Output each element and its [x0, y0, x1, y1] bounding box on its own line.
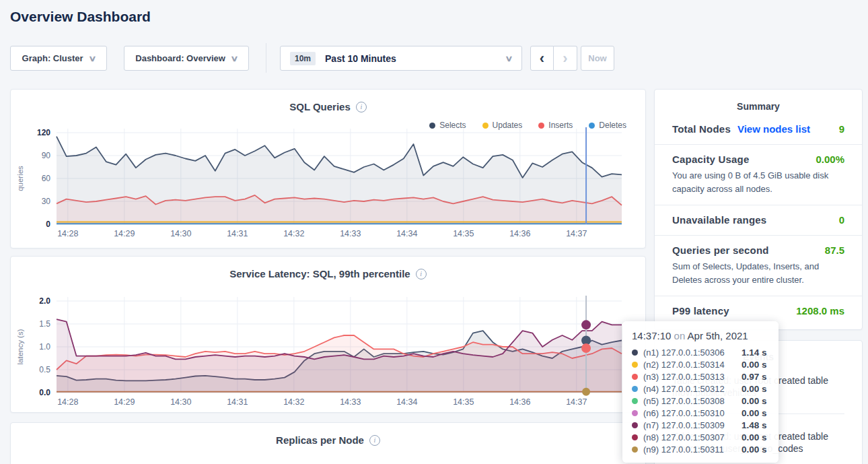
node-address: (n4) 127.0.0.1:50312: [643, 384, 742, 394]
time-prev-button[interactable]: ‹: [530, 46, 554, 71]
svg-text:0.5: 0.5: [39, 365, 50, 374]
tooltip-time: 14:37:10: [632, 330, 671, 341]
y-axis-label: queries: [16, 166, 24, 191]
svg-text:120: 120: [37, 128, 50, 137]
time-next-button[interactable]: ›: [554, 46, 577, 71]
node-latency-value: 0.00 s: [742, 360, 767, 370]
graph-dropdown-label: Graph: Cluster: [22, 53, 83, 63]
node-latency-value: 0.00 s: [742, 408, 767, 418]
chart-title-service-latency: Service Latency: SQL, 99th percentile: [229, 268, 410, 279]
time-range-dropdown[interactable]: 10m Past 10 Minutes ∨: [280, 46, 522, 71]
qps-label: Queries per second: [672, 244, 769, 256]
page-title: Overview Dashboard: [10, 9, 151, 25]
node-color-dot: [632, 350, 638, 356]
summary-title: Summary: [655, 90, 862, 114]
svg-text:0.0: 0.0: [39, 388, 50, 397]
sql-queries-panel: SQL Queries i SelectsUpdatesInsertsDelet…: [10, 89, 646, 248]
info-icon[interactable]: i: [356, 102, 367, 112]
tooltip-timestamp: 14:37:10 on Apr 5th, 2021: [632, 330, 769, 341]
svg-text:0: 0: [46, 220, 50, 229]
y-axis-label: latency (s): [16, 329, 24, 364]
service-latency-chart[interactable]: 0.00.51.01.52.014:2814:2914:3014:3114:32…: [12, 293, 628, 411]
summary-row-total-nodes: Total Nodes View nodes list 9: [655, 114, 862, 145]
tooltip-node-row: (n9) 127.0.0.1:503110.00 s: [632, 443, 769, 455]
svg-text:14:34: 14:34: [396, 229, 417, 238]
svg-text:14:28: 14:28: [57, 229, 78, 238]
svg-text:14:34: 14:34: [396, 397, 417, 407]
total-nodes-label: Total Nodes: [672, 123, 731, 135]
node-address: (n2) 127.0.0.1:50314: [643, 360, 742, 370]
tooltip-node-row: (n3) 127.0.0.1:503130.97 s: [632, 370, 769, 383]
node-latency-value: 1.48 s: [742, 420, 767, 430]
node-color-dot: [632, 410, 638, 416]
node-color-dot: [632, 434, 638, 440]
node-address: (n9) 127.0.0.1:50311: [643, 444, 742, 455]
tooltip-node-row: (n8) 127.0.0.1:503070.00 s: [632, 431, 769, 443]
now-button[interactable]: Now: [581, 46, 614, 71]
summary-row-capacity: Capacity Usage 0.00% You are using 0 B o…: [655, 145, 862, 205]
node-address: (n5) 127.0.0.1:50308: [643, 396, 742, 406]
node-latency-value: 1.14 s: [742, 347, 767, 358]
capacity-value: 0.00%: [816, 154, 844, 165]
node-address: (n7) 127.0.0.1:50309: [643, 420, 742, 430]
tooltip-node-row: (n4) 127.0.0.1:503120.00 s: [632, 383, 769, 395]
node-color-dot: [632, 422, 638, 428]
tooltip-node-row: (n7) 127.0.0.1:503091.48 s: [632, 419, 769, 431]
node-color-dot: [632, 374, 638, 380]
info-icon[interactable]: i: [416, 269, 427, 279]
now-button-label: Now: [588, 53, 606, 63]
svg-text:14:30: 14:30: [170, 397, 191, 407]
node-address: (n8) 127.0.0.1:50307: [643, 432, 742, 442]
svg-text:14:31: 14:31: [227, 397, 248, 407]
graph-dropdown[interactable]: Graph: Cluster ∨: [10, 46, 107, 71]
svg-text:14:32: 14:32: [283, 229, 304, 238]
svg-text:14:33: 14:33: [340, 229, 361, 238]
tooltip-node-row: (n6) 127.0.0.1:503100.00 s: [632, 407, 769, 419]
p99-latency-value: 1208.0 ms: [796, 305, 844, 317]
unavailable-ranges-value: 0: [839, 214, 844, 226]
svg-text:1.0: 1.0: [39, 342, 50, 352]
tooltip-on: on: [674, 330, 686, 341]
chart-hover-tooltip: 14:37:10 on Apr 5th, 2021 (n1) 127.0.0.1…: [622, 321, 779, 463]
tooltip-date: Apr 5th, 2021: [688, 330, 748, 341]
dashboard-dropdown-label: Dashboard: Overview: [135, 53, 225, 63]
replicas-per-node-panel: Replicas per Node i: [10, 422, 646, 464]
chart-title-replicas: Replicas per Node: [276, 434, 364, 446]
chart-title-sql-queries: SQL Queries: [289, 101, 351, 112]
view-nodes-list-link[interactable]: View nodes list: [737, 123, 810, 135]
svg-text:14:29: 14:29: [114, 397, 135, 407]
svg-text:30: 30: [42, 197, 51, 206]
svg-text:14:36: 14:36: [509, 397, 530, 407]
time-nav-group: ‹ ›: [530, 46, 577, 71]
summary-panel: Summary Total Nodes View nodes list 9 Ca…: [654, 89, 863, 330]
capacity-label: Capacity Usage: [672, 154, 750, 165]
svg-text:14:32: 14:32: [283, 397, 304, 407]
summary-row-qps: Queries per second 87.5 Sum of Selects, …: [655, 236, 862, 296]
svg-text:14:28: 14:28: [57, 397, 78, 407]
total-nodes-value: 9: [839, 123, 844, 135]
svg-text:14:35: 14:35: [453, 229, 474, 238]
info-icon[interactable]: i: [369, 435, 380, 446]
node-latency-value: 0.00 s: [742, 444, 767, 455]
node-latency-value: 0.00 s: [742, 396, 767, 406]
svg-text:14:35: 14:35: [453, 397, 474, 407]
node-latency-value: 0.97 s: [742, 372, 767, 382]
summary-row-unavailable: Unavailable ranges 0: [655, 205, 862, 236]
dashboard-dropdown[interactable]: Dashboard: Overview ∨: [124, 46, 249, 71]
svg-text:14:37: 14:37: [566, 397, 587, 407]
node-latency-value: 0.00 s: [742, 384, 767, 394]
sql-queries-chart[interactable]: 030609012014:2814:2914:3014:3114:3214:33…: [12, 125, 628, 242]
node-color-dot: [632, 362, 638, 368]
node-address: (n1) 127.0.0.1:50306: [643, 347, 742, 358]
svg-text:14:31: 14:31: [227, 229, 248, 238]
tooltip-rows: (n1) 127.0.0.1:503061.14 s(n2) 127.0.0.1…: [632, 346, 769, 455]
chevron-down-icon: ∨: [230, 54, 238, 63]
tooltip-node-row: (n1) 127.0.0.1:503061.14 s: [632, 346, 769, 358]
svg-text:14:29: 14:29: [114, 229, 135, 238]
p99-latency-label: P99 latency: [672, 305, 729, 317]
svg-text:14:37: 14:37: [566, 229, 587, 238]
svg-text:14:33: 14:33: [340, 397, 361, 407]
qps-value: 87.5: [825, 244, 844, 256]
node-color-dot: [632, 386, 638, 392]
service-latency-panel: Service Latency: SQL, 99th percentile i …: [10, 256, 646, 413]
